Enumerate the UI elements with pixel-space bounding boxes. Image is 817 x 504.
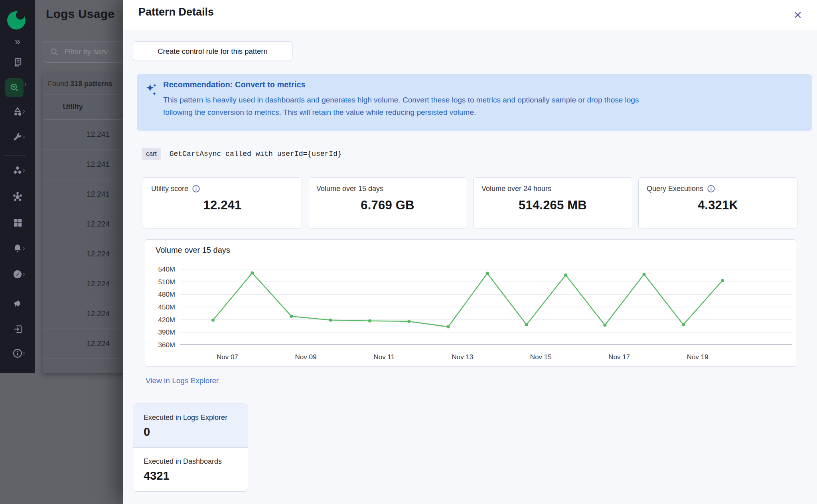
svg-text:480M: 480M [158,291,175,298]
shapes-icon [12,106,23,117]
create-control-rule-button[interactable]: Create control rule for this pattern [133,41,292,61]
executed-in-dashboards-cell[interactable]: Executed in Dashboards 4321 [133,447,248,491]
sidebar-item-dashboards[interactable] [0,214,35,231]
trend-down-icon: ↓ [116,310,119,318]
svg-text:Nov 13: Nov 13 [452,353,473,361]
svg-text:420M: 420M [158,316,175,324]
app-logo-icon[interactable] [7,11,26,32]
sidebar: » › › › › › [0,0,35,373]
svg-text:Nov 07: Nov 07 [217,353,238,361]
sparkles-icon [146,83,158,96]
svg-text:Nov 19: Nov 19 [687,353,708,361]
sidebar-expand-button[interactable]: » [0,33,35,50]
bell-icon [12,243,23,254]
grid-icon [13,218,23,228]
sidebar-item-visualizations[interactable]: › [0,103,35,120]
trend-down-icon: ↓ [116,250,119,258]
pattern-details-flyout: Pattern Details ✕ Create control rule fo… [123,0,817,504]
svg-text:390M: 390M [158,329,175,336]
cubes-icon [12,165,23,176]
exit-icon [13,324,23,334]
executed-in-logs-explorer-cell[interactable]: Executed in Logs Explorer 0 [133,404,248,447]
svg-text:Nov 15: Nov 15 [530,353,552,361]
exec-value: 4321 [144,469,237,482]
stat-card-utility-score: Utility score 12.241 [143,177,302,228]
pattern-text: GetCartAsync called with userId={userId} [170,150,342,158]
double-chevron-right-icon: » [15,37,20,47]
exec-label: Executed in Logs Explorer [144,413,237,422]
pattern-analysis-icon [9,83,20,93]
flyout-header: Pattern Details ✕ [123,0,817,30]
svg-text:360M: 360M [158,341,175,349]
info-icon [12,348,23,358]
network-icon [12,191,23,202]
chevron-right-icon: › [23,244,25,252]
flyout-title: Pattern Details [138,6,214,18]
info-circle-icon[interactable] [192,185,200,193]
exec-value: 0 [144,425,237,439]
megaphone-icon [12,299,23,309]
stats-row: Utility score 12.241 Volume over 15 days… [143,177,801,228]
stat-card-volume-24-hours: Volume over 24 hours 514.265 MB [473,177,632,228]
svg-text:540M: 540M [158,266,175,273]
recommendation-body: This pattern is heavily used in dashboar… [163,94,639,118]
sidebar-item-exit[interactable] [0,320,35,338]
chart-title: Volume over 15 days [156,246,230,255]
volume-chart-card: 540M510M480M450M420M390M360MNov 07Nov 09… [145,239,796,367]
trend-down-icon: ↓ [116,190,119,199]
chevron-right-icon: › [24,80,27,88]
stat-card-query-executions: Query Executions 4.321K [638,177,797,228]
stat-value: 4.321K [647,198,789,213]
svg-text:Nov 11: Nov 11 [374,353,395,361]
sidebar-item-logs[interactable] [0,53,35,71]
sidebar-divider [5,155,26,156]
stat-value: 6.769 GB [316,198,459,213]
recommendation-title: Recommendation: Convert to metrics [163,80,306,89]
svg-text:510M: 510M [158,278,175,286]
sidebar-item-graph[interactable] [0,188,35,205]
sidebar-item-announcements[interactable] [0,295,35,313]
logs-icon [13,57,23,67]
chevron-right-icon: › [23,166,25,174]
close-icon[interactable]: ✕ [789,6,807,24]
stat-card-volume-15-days: Volume over 15 days 6.769 GB [308,177,467,228]
sidebar-item-integrations[interactable]: › [0,162,35,179]
recommendation-callout: Recommendation: Convert to metrics This … [137,74,812,131]
chevron-right-icon: › [23,270,25,278]
compass-icon [12,269,23,280]
view-in-logs-explorer-link[interactable]: View in Logs Explorer [146,376,219,385]
svg-text:Nov 09: Nov 09 [295,353,317,361]
executions-card: Executed in Logs Explorer 0 Executed in … [133,404,248,492]
trend-down-icon: ↓ [116,280,119,288]
trend-down-icon: ↓ [116,340,119,348]
sidebar-item-log-pattern-analysis[interactable] [5,78,24,97]
sidebar-item-dev-tools[interactable]: › [0,128,35,146]
chevron-right-icon: › [23,107,25,115]
chevron-right-icon: › [23,349,25,357]
stat-value: 12.241 [151,198,294,213]
info-circle-icon[interactable] [707,185,715,193]
sort-arrow-down-icon: ↓ [55,103,59,112]
pattern-row: cart GetCartAsync called with userId={us… [142,148,342,160]
svg-text:450M: 450M [158,303,175,311]
stat-value: 514.265 MB [482,198,624,213]
wrench-icon [12,132,23,142]
trend-down-icon: ↓ [116,130,119,139]
trend-down-icon: ↓ [116,220,119,228]
chevron-right-icon: › [23,133,25,141]
page-title: Logs Usage [46,7,114,21]
sidebar-item-observability[interactable]: › [0,266,35,283]
volume-line-chart: 540M510M480M450M420M390M360MNov 07Nov 09… [145,240,797,367]
search-icon [50,47,59,56]
pattern-category-badge: cart [142,148,161,160]
exec-label: Executed in Dashboards [144,457,237,466]
svg-text:Nov 17: Nov 17 [608,353,630,361]
sidebar-item-info[interactable]: › [0,345,35,362]
screen: » › › › › › [0,0,817,504]
trend-down-icon: ↓ [116,160,119,169]
sidebar-item-alerts[interactable]: › [0,240,35,257]
